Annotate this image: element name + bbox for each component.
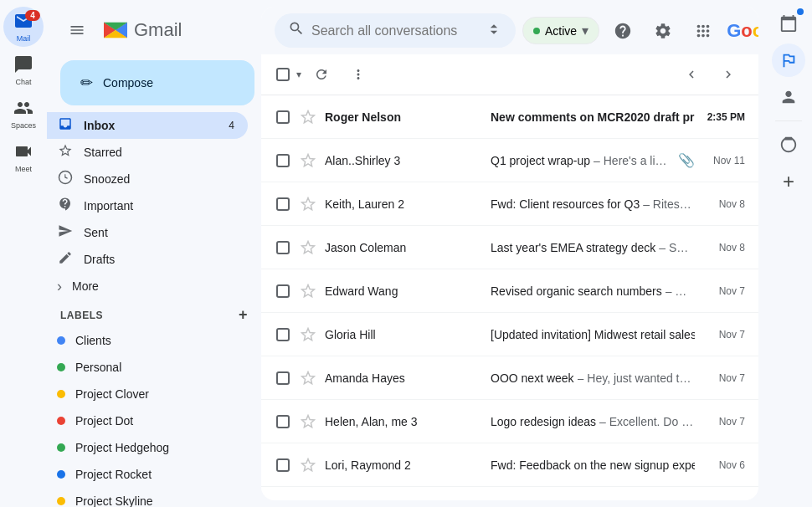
email-row[interactable]: Lori, Raymond 2 Fwd: Feedback on the new… (261, 443, 758, 487)
right-panel-divider (775, 120, 802, 121)
email-content: Fwd: Client resources for Q3 – Ritesh, h… (491, 197, 695, 211)
gmail-logo-text: Gmail (134, 19, 182, 41)
nav-item-important[interactable]: Important (47, 192, 248, 219)
search-filter-icon[interactable] (486, 21, 502, 40)
sidebar-icon-mail[interactable]: Mail 4 (3, 7, 44, 47)
compose-button[interactable]: ✏ Compose (60, 60, 254, 105)
sidebar-icon-spaces[interactable]: Spaces (3, 94, 44, 134)
clients-dot (57, 336, 65, 345)
email-checkbox[interactable] (276, 241, 290, 254)
email-row[interactable]: Helen, Alan, me 3 Logo redesign ideas – … (261, 400, 758, 443)
email-row[interactable]: Edward Wang Revised organic search numbe… (261, 269, 758, 313)
email-checkbox[interactable] (276, 458, 290, 472)
email-checkbox[interactable] (276, 197, 290, 211)
email-checkbox[interactable] (276, 110, 290, 124)
star-button[interactable] (298, 107, 318, 127)
nav-item-snoozed[interactable]: Snoozed (47, 166, 248, 192)
right-panel-starred[interactable] (772, 128, 805, 161)
email-sender: Lori, Raymond 2 (325, 458, 484, 472)
topbar: Active ▾ Google A (261, 7, 758, 54)
email-content: [Updated invitation] Midwest retail sale… (491, 328, 695, 341)
right-panel-tasks[interactable] (772, 44, 805, 77)
next-page-button[interactable] (712, 58, 745, 91)
email-snippet: – Sending this out to anyone who missed … (659, 241, 695, 254)
more-options-button[interactable] (342, 58, 375, 91)
star-button[interactable] (298, 194, 318, 214)
select-all-checkbox[interactable] (275, 68, 291, 81)
label-item-project-clover[interactable]: Project Clover (47, 381, 248, 407)
inbox-count: 4 (229, 120, 234, 131)
email-checkbox[interactable] (276, 154, 290, 167)
email-row[interactable]: Lauren Roberts Town hall on the upcoming… (261, 487, 758, 500)
prev-page-button[interactable] (675, 58, 708, 91)
email-toolbar: ▾ (261, 54, 758, 95)
star-button[interactable] (298, 238, 318, 258)
email-checkbox-wrap (275, 371, 291, 385)
email-time: Nov 7 (702, 372, 745, 384)
email-row[interactable]: Alan..Shirley 3 Q1 project wrap-up – Her… (261, 139, 758, 182)
email-row[interactable]: Keith, Lauren 2 Fwd: Client resources fo… (261, 182, 758, 226)
email-checkbox[interactable] (276, 371, 290, 385)
project-hedgehog-label: Project Hedgehog (75, 441, 169, 454)
settings-button[interactable] (646, 14, 680, 48)
email-checkbox[interactable] (276, 328, 290, 341)
email-row[interactable]: Jason Coleman Last year's EMEA strategy … (261, 226, 758, 269)
important-icon (57, 197, 74, 216)
help-button[interactable] (606, 14, 640, 48)
label-item-project-skyline[interactable]: Project Skyline (47, 488, 248, 507)
mail-badge: 4 (25, 10, 40, 21)
star-button[interactable] (298, 499, 318, 501)
email-time: Nov 7 (702, 416, 745, 428)
label-item-project-dot[interactable]: Project Dot (47, 407, 248, 434)
nav-item-sent[interactable]: Sent (47, 219, 248, 246)
email-content: Logo redesign ideas – Excellent. Do have… (491, 415, 695, 428)
label-item-clients[interactable]: Clients (47, 327, 248, 354)
label-item-project-hedgehog[interactable]: Project Hedgehog (47, 434, 248, 461)
star-button[interactable] (298, 151, 318, 171)
email-meta: Nov 8 (702, 242, 745, 254)
nav-more-1[interactable]: › More (47, 273, 261, 300)
add-label-icon[interactable]: + (239, 306, 248, 324)
apps-button[interactable] (686, 14, 720, 48)
sidebar-icon-chat[interactable]: Chat (3, 50, 44, 90)
active-status-badge[interactable]: Active ▾ (522, 17, 599, 44)
email-row[interactable]: Gloria Hill [Updated invitation] Midwest… (261, 313, 758, 356)
nav-item-starred[interactable]: Starred (47, 139, 248, 166)
label-item-personal[interactable]: Personal (47, 354, 248, 381)
email-time: Nov 8 (702, 198, 745, 210)
email-row[interactable]: Amanda Hayes OOO next week – Hey, just w… (261, 356, 758, 400)
nav-item-inbox[interactable]: Inbox 4 (47, 112, 248, 139)
search-input[interactable] (311, 23, 479, 38)
select-dropdown-icon[interactable]: ▾ (296, 69, 301, 80)
chevron-down-icon-1: › (57, 278, 62, 295)
right-panel-contacts[interactable] (772, 80, 805, 114)
right-panel-calendar[interactable] (772, 7, 805, 40)
project-hedgehog-dot (57, 443, 65, 452)
email-subject: [Updated invitation] Midwest retail sale… (491, 328, 695, 341)
email-checkbox[interactable] (276, 415, 290, 428)
star-button[interactable] (298, 281, 318, 301)
star-button[interactable] (298, 455, 318, 475)
inbox-label: Inbox (84, 119, 218, 132)
email-snippet: – Hey, just wanted to give you a heads-u… (578, 371, 695, 385)
right-panel-add[interactable]: + (772, 165, 805, 198)
email-meta: Nov 7 (702, 285, 745, 297)
email-row[interactable]: Roger Nelson New comments on MCR2020 dra… (261, 95, 758, 139)
refresh-button[interactable] (305, 58, 338, 91)
select-all-check[interactable] (276, 68, 290, 81)
star-button[interactable] (298, 325, 318, 345)
email-checkbox[interactable] (276, 284, 290, 298)
star-button[interactable] (298, 412, 318, 432)
hamburger-button[interactable] (60, 13, 94, 47)
personal-dot (57, 363, 65, 371)
email-checkbox-wrap (275, 415, 291, 428)
email-meta: 2:35 PM (702, 111, 745, 123)
compose-pencil-icon: ✏ (80, 74, 93, 92)
email-time: Nov 8 (702, 242, 745, 254)
topbar-right: Active ▾ Google A (522, 14, 758, 48)
star-button[interactable] (298, 368, 318, 388)
nav-item-drafts[interactable]: Drafts (47, 246, 248, 273)
label-item-project-rocket[interactable]: Project Rocket (47, 461, 248, 488)
sidebar-icon-meet[interactable]: Meet (3, 137, 44, 177)
email-time: 2:35 PM (702, 111, 745, 123)
